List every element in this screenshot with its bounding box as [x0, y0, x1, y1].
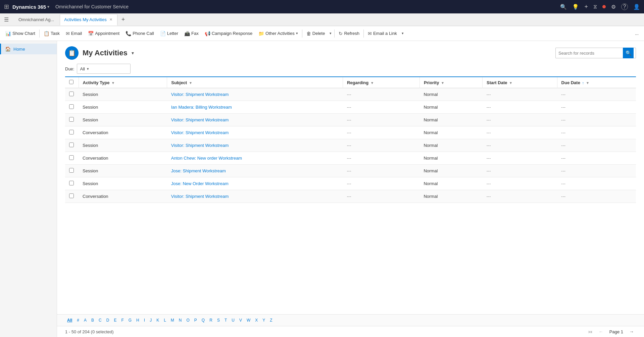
subject-link-4[interactable]: Visitor: Shipment Workstream [171, 143, 229, 148]
subject-cell-3[interactable]: Visitor: Shipment Workstream [167, 126, 343, 139]
subject-filter-icon[interactable]: ▾ [190, 81, 192, 85]
lightbulb-icon[interactable]: 💡 [572, 4, 579, 10]
tab-add-button[interactable]: + [119, 15, 128, 24]
select-all-col[interactable] [65, 77, 79, 88]
alpha-item-a[interactable]: A [82, 317, 89, 323]
add-icon[interactable]: + [584, 3, 588, 10]
alpha-item-f[interactable]: F [119, 317, 126, 323]
subject-link-2[interactable]: Visitor: Shipment Workstream [171, 117, 229, 122]
row-checkbox-7[interactable] [69, 181, 74, 185]
alpha-item-e[interactable]: E [112, 317, 118, 323]
other-activities-dropdown[interactable]: ▾ [296, 31, 298, 36]
alpha-item-k[interactable]: K [154, 317, 161, 323]
alpha-item-v[interactable]: V [237, 317, 244, 323]
alpha-item-w[interactable]: W [245, 317, 252, 323]
search-icon[interactable]: 🔍 [560, 4, 567, 10]
refresh-button[interactable]: ↻ Refresh [336, 28, 362, 39]
alpha-item-b[interactable]: B [89, 317, 96, 323]
subject-link-3[interactable]: Visitor: Shipment Workstream [171, 130, 229, 135]
row-checkbox-3[interactable] [69, 130, 74, 134]
alpha-item-t[interactable]: T [222, 317, 229, 323]
fax-button[interactable]: 📠 Fax [182, 28, 201, 39]
alpha-item-d[interactable]: D [104, 317, 111, 323]
row-check-cell-8[interactable] [65, 190, 79, 203]
alpha-item-all[interactable]: All [65, 317, 74, 323]
subject-link-8[interactable]: Visitor: Shipment Workstream [171, 194, 229, 199]
start-date-filter-icon[interactable]: ▾ [510, 81, 512, 85]
alpha-item-j[interactable]: J [148, 317, 154, 323]
email-button[interactable]: ✉ Email [63, 28, 85, 39]
subject-link-0[interactable]: Visitor: Shipment Workstream [171, 92, 229, 97]
alpha-item-#[interactable]: # [75, 317, 81, 323]
subject-cell-2[interactable]: Visitor: Shipment Workstream [167, 114, 343, 126]
alpha-item-r[interactable]: R [207, 317, 214, 323]
alpha-item-p[interactable]: P [192, 317, 199, 323]
alpha-item-n[interactable]: N [177, 317, 184, 323]
hamburger-menu[interactable]: ☰ [3, 15, 10, 24]
task-button[interactable]: 📋 Task [41, 28, 62, 39]
row-checkbox-1[interactable] [69, 104, 74, 109]
row-check-cell-3[interactable] [65, 126, 79, 139]
app-grid-icon[interactable]: ⊞ [4, 3, 9, 10]
row-checkbox-2[interactable] [69, 117, 74, 122]
alpha-item-g[interactable]: G [127, 317, 134, 323]
delete-button[interactable]: 🗑 Delete [304, 28, 328, 39]
tab-activities-close[interactable]: ✕ [109, 17, 113, 22]
row-checkbox-5[interactable] [69, 155, 74, 160]
subject-cell-8[interactable]: Visitor: Shipment Workstream [167, 190, 343, 203]
alpha-item-s[interactable]: S [215, 317, 222, 323]
subject-cell-1[interactable]: Ian Madera: Billing Workstream [167, 101, 343, 114]
col-due-date[interactable]: Due Date ↑ ▾ [557, 77, 636, 88]
row-check-cell-4[interactable] [65, 139, 79, 152]
due-date-filter-icon[interactable]: ▾ [587, 81, 589, 85]
prev-page-button[interactable]: ← [597, 328, 605, 335]
row-checkbox-0[interactable] [69, 92, 74, 96]
regarding-filter-icon[interactable]: ▾ [371, 81, 373, 85]
alpha-item-q[interactable]: Q [200, 317, 207, 323]
email-a-link-button[interactable]: ✉ Email a Link [365, 28, 400, 39]
row-check-cell-7[interactable] [65, 177, 79, 190]
user-icon[interactable]: 👤 [633, 4, 640, 10]
row-check-cell-0[interactable] [65, 88, 79, 101]
subject-cell-6[interactable]: Jose: Shipment Workstream [167, 165, 343, 177]
help-icon[interactable]: ? [621, 3, 628, 10]
alpha-item-y[interactable]: Y [260, 317, 267, 323]
app-title-chevron[interactable]: ▾ [47, 5, 49, 9]
subject-link-6[interactable]: Jose: Shipment Workstream [171, 168, 226, 173]
activity-type-filter-icon[interactable]: ▾ [112, 81, 114, 85]
subject-link-5[interactable]: Anton Chew: New order Workstream [171, 156, 242, 161]
settings-icon[interactable]: ⚙ [611, 4, 616, 10]
col-activity-type[interactable]: Activity Type ▾ [79, 77, 167, 88]
select-all-checkbox[interactable] [69, 80, 73, 84]
row-checkbox-4[interactable] [69, 143, 74, 147]
subject-cell-0[interactable]: Visitor: Shipment Workstream [167, 88, 343, 101]
filter-select[interactable]: All ▾ [77, 64, 131, 74]
alpha-item-c[interactable]: C [97, 317, 104, 323]
tab-omnichannel[interactable]: Omnichannel Ag... [14, 14, 58, 25]
row-check-cell-5[interactable] [65, 152, 79, 165]
alpha-item-x[interactable]: X [253, 317, 260, 323]
table-container[interactable]: Activity Type ▾ Subject ▾ Regarding ▾ [65, 76, 644, 314]
next-page-button[interactable]: → [627, 328, 636, 335]
filter-icon[interactable]: ⧖ [593, 4, 597, 10]
subject-cell-4[interactable]: Visitor: Shipment Workstream [167, 139, 343, 152]
priority-filter-icon[interactable]: ▾ [442, 81, 444, 85]
alpha-item-l[interactable]: L [162, 317, 168, 323]
row-check-cell-6[interactable] [65, 165, 79, 177]
other-activities-button[interactable]: 📁 Other Activities ▾ [256, 28, 301, 39]
campaign-response-button[interactable]: 📢 Campaign Response [202, 28, 255, 39]
due-date-sort-icon[interactable]: ↑ [582, 81, 584, 85]
more-options-button[interactable]: ... [632, 28, 641, 39]
email-link-dropdown[interactable]: ▾ [400, 31, 405, 36]
col-subject[interactable]: Subject ▾ [167, 77, 343, 88]
row-check-cell-1[interactable] [65, 101, 79, 114]
search-input[interactable] [556, 51, 623, 56]
row-check-cell-2[interactable] [65, 114, 79, 126]
col-regarding[interactable]: Regarding ▾ [343, 77, 419, 88]
subject-cell-7[interactable]: Jose: New Order Workstream [167, 177, 343, 190]
col-start-date[interactable]: Start Date ▾ [483, 77, 557, 88]
col-priority[interactable]: Priority ▾ [419, 77, 482, 88]
show-chart-button[interactable]: 📊 Show Chart [3, 28, 38, 39]
alpha-item-h[interactable]: H [134, 317, 141, 323]
alpha-item-u[interactable]: U [230, 317, 237, 323]
